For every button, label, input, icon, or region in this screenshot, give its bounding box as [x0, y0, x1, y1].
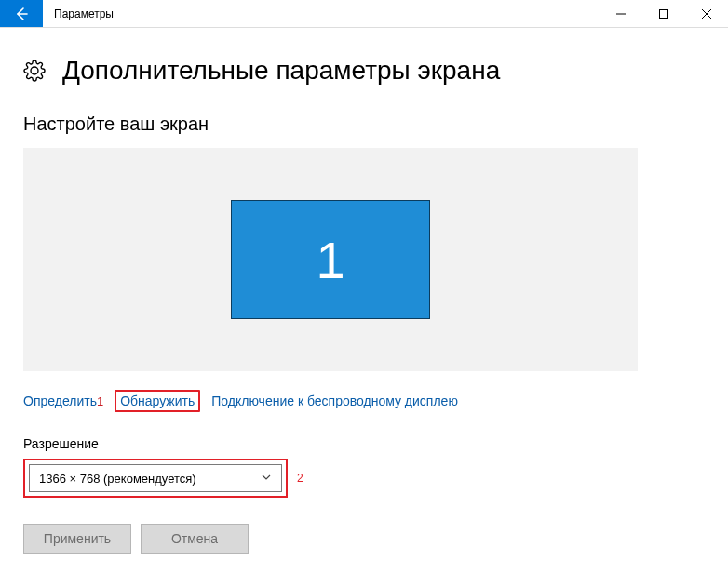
- highlight-resolution: 1366 × 768 (рекомендуется): [23, 459, 288, 498]
- minimize-button[interactable]: [600, 0, 642, 27]
- apply-button[interactable]: Применить: [23, 524, 131, 554]
- annotation-1: 1: [97, 394, 103, 408]
- maximize-icon: [659, 9, 668, 19]
- resolution-label: Разрешение: [23, 436, 705, 451]
- window-controls: [600, 0, 728, 27]
- display-links-row: Определить 1 Обнаружить Подключение к бе…: [23, 390, 705, 412]
- identify-link[interactable]: Определить: [23, 394, 97, 408]
- chevron-down-icon: [261, 472, 272, 486]
- monitor-1[interactable]: 1: [231, 200, 430, 319]
- window-title: Параметры: [43, 0, 600, 27]
- monitor-number: 1: [316, 230, 344, 290]
- close-icon: [702, 9, 711, 19]
- content: Дополнительные параметры экрана Настройт…: [0, 28, 728, 570]
- wireless-display-link[interactable]: Подключение к беспроводному дисплею: [211, 394, 458, 408]
- heading-row: Дополнительные параметры экрана: [23, 56, 705, 86]
- highlight-detect: Обнаружить: [115, 390, 200, 412]
- section-title: Настройте ваш экран: [23, 113, 705, 135]
- svg-rect-0: [660, 9, 668, 18]
- cancel-button[interactable]: Отмена: [141, 524, 249, 554]
- page-title: Дополнительные параметры экрана: [62, 56, 500, 86]
- close-button[interactable]: [685, 0, 728, 27]
- back-button[interactable]: [0, 0, 43, 27]
- detect-link[interactable]: Обнаружить: [120, 394, 195, 408]
- minimize-icon: [616, 9, 626, 19]
- titlebar: Параметры: [0, 0, 728, 28]
- gear-icon: [23, 60, 46, 82]
- annotation-2: 2: [297, 472, 303, 485]
- button-row: Применить Отмена: [23, 524, 705, 554]
- resolution-select[interactable]: 1366 × 768 (рекомендуется): [29, 464, 282, 492]
- arrow-left-icon: [14, 7, 29, 21]
- maximize-button[interactable]: [642, 0, 685, 27]
- monitor-preview-area[interactable]: 1: [23, 148, 638, 371]
- resolution-value: 1366 × 768 (рекомендуется): [39, 472, 196, 486]
